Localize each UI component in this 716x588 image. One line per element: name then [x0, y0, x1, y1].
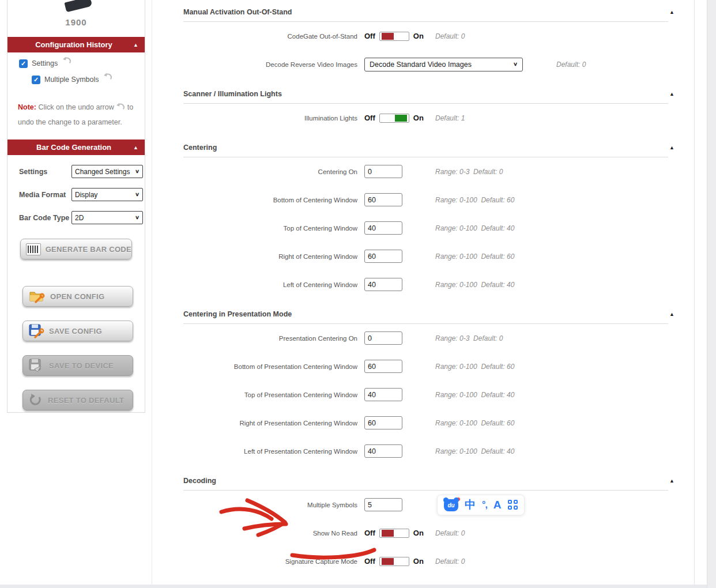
multiple-symbols-checkbox[interactable]: ✓ [32, 76, 40, 84]
settings-checkbox-label: Settings [32, 59, 58, 67]
section-title: Manual Activation Out-Of-Stand [183, 8, 668, 16]
setting-label: CodeGate Out-of-Stand [183, 33, 357, 40]
generate-bar-code-button[interactable]: GENERATE BAR CODE [20, 239, 132, 259]
setting-label: Right of Centering Window [183, 253, 357, 260]
settings-select-value: Changed Settings [75, 168, 130, 176]
settings-checkbox[interactable]: ✓ [19, 59, 28, 68]
bar-code-type-select[interactable]: 2D ∨ [71, 211, 143, 224]
undo-icon [116, 103, 125, 110]
top-centering-input[interactable] [364, 221, 402, 235]
collapse-arrow-icon[interactable]: ▲ [669, 9, 674, 15]
collapse-arrow-icon[interactable]: ▲ [133, 145, 138, 150]
barcode-icon [26, 243, 41, 255]
pinyin-tone-icon[interactable]: °, [482, 500, 487, 510]
chevron-down-icon: ∨ [513, 61, 518, 67]
chevron-down-icon: ∨ [135, 191, 140, 197]
open-config-button[interactable]: OPEN CONFIG [22, 286, 133, 307]
grid-apps-icon[interactable] [508, 500, 518, 510]
default-value-text: Default: 0 [435, 557, 465, 566]
collapse-arrow-icon[interactable]: ▲ [669, 478, 674, 484]
section-manual-activation: Manual Activation Out-Of-Stand ▲ CodeGat… [152, 3, 694, 78]
left-centering-input[interactable] [364, 278, 402, 291]
multiple-symbols-input[interactable] [364, 498, 402, 511]
section-header: Scanner / Illumination Lights ▲ [152, 85, 694, 104]
collapse-arrow-icon[interactable]: ▲ [669, 311, 674, 317]
setting-label: Top of Centering Window [183, 225, 357, 232]
undo-icon[interactable] [62, 56, 71, 66]
reset-arrow-icon [28, 393, 43, 408]
chinese-character-icon[interactable]: 中 [465, 499, 476, 510]
right-presentation-input[interactable] [364, 416, 402, 429]
setting-label: Top of Presentation Centering Window [183, 391, 357, 398]
bottom-presentation-input[interactable] [364, 360, 402, 373]
presentation-centering-on-input[interactable] [364, 331, 402, 345]
media-format-field-row: Media Format Display ∨ [19, 188, 143, 201]
setting-row-presentation-centering-on: Presentation Centering On Range: 0-3 Def… [152, 324, 694, 352]
default-value-text: Default: 0 [556, 61, 586, 69]
undo-icon[interactable] [103, 72, 112, 82]
show-no-read-toggle[interactable] [379, 529, 409, 538]
toggle-off-label: Off [364, 529, 375, 537]
section-scanner-illumination: Scanner / Illumination Lights ▲ Illumina… [152, 85, 694, 132]
range-default-text: Range: 0-100 Default: 40 [435, 281, 514, 289]
save-config-button[interactable]: SAVE CONFIG [22, 321, 133, 341]
centering-on-input[interactable] [364, 165, 402, 178]
setting-row-show-no-read: Show No Read Off On Default: 0 [152, 519, 694, 547]
setting-row-codegate: CodeGate Out-of-Stand Off On Default: 0 [152, 22, 694, 50]
toggle-on-label: On [413, 32, 424, 40]
left-presentation-input[interactable] [364, 444, 402, 458]
toggle-off-label: Off [364, 32, 375, 40]
settings-select[interactable]: Changed Settings ∨ [71, 165, 143, 178]
setting-row-bottom-centering: Bottom of Centering Window Range: 0-100 … [152, 186, 694, 214]
collapse-arrow-icon[interactable]: ▲ [133, 42, 138, 48]
left-column: 1900 Configuration History ▲ ✓ Settings … [0, 0, 152, 588]
range-default-text: Range: 0-100 Default: 40 [435, 224, 514, 232]
notification-badge [456, 497, 461, 502]
chevron-down-icon: ∨ [135, 214, 140, 220]
bottom-centering-input[interactable] [364, 193, 402, 206]
setting-label: Left of Presentation Centering Window [183, 448, 357, 455]
setting-row-signature-capture: Signature Capture Mode Off On Default: 0 [152, 547, 694, 575]
right-centering-input[interactable] [364, 250, 402, 263]
letter-a-icon[interactable]: A [493, 499, 502, 510]
signature-capture-toggle[interactable] [379, 557, 409, 566]
setting-label: Show No Read [183, 530, 357, 537]
top-presentation-input[interactable] [364, 388, 402, 401]
baidu-translate-icon[interactable]: du [444, 499, 458, 511]
illumination-lights-toggle[interactable] [379, 114, 409, 123]
setting-row-decode-reverse: Decode Reverse Video Images Decode Stand… [152, 50, 694, 78]
note-prefix: Note: [18, 103, 36, 111]
configuration-history-title: Configuration History [7, 40, 133, 49]
setting-label: Illumination Lights [183, 115, 357, 122]
range-default-text: Range: 0-100 Default: 60 [435, 363, 514, 371]
open-config-label: OPEN CONFIG [50, 292, 104, 301]
vertical-scrollbar[interactable] [707, 0, 716, 588]
setting-row-right-presentation: Right of Presentation Centering Window R… [152, 409, 694, 437]
media-format-select[interactable]: Display ∨ [71, 188, 143, 201]
device-model-label: 1900 [7, 17, 145, 27]
baidu-bear-text: du [444, 499, 458, 511]
section-title: Decoding [183, 477, 668, 485]
configuration-history-header[interactable]: Configuration History ▲ [7, 37, 145, 52]
setting-row-bottom-presentation: Bottom of Presentation Centering Window … [152, 352, 694, 380]
generate-bar-code-label: GENERATE BAR CODE [46, 245, 131, 254]
section-decoding: Decoding ▲ Multiple Symbols du 中 °, A [152, 472, 694, 575]
toggle-on-label: On [413, 529, 424, 537]
sidebar-panel: 1900 Configuration History ▲ ✓ Settings … [7, 0, 145, 413]
collapse-arrow-icon[interactable]: ▲ [669, 91, 674, 97]
range-default-text: Range: 0-100 Default: 40 [435, 391, 514, 399]
codegate-out-of-stand-toggle[interactable] [379, 32, 409, 41]
collapse-arrow-icon[interactable]: ▲ [669, 145, 674, 150]
default-value-text: Default: 0 [435, 529, 465, 537]
decode-reverse-video-select[interactable]: Decode Standard Video Images ∨ [364, 58, 523, 71]
save-to-device-button[interactable]: SAVE TO DEVICE [22, 355, 133, 376]
setting-row-multiple-symbols: Multiple Symbols du 中 °, A [152, 491, 694, 519]
range-default-text: Range: 0-100 Default: 40 [435, 447, 514, 455]
bar-code-generation-header[interactable]: Bar Code Generation ▲ [7, 140, 145, 155]
bar-code-type-select-value: 2D [75, 214, 84, 222]
folder-wrench-icon [28, 289, 46, 304]
bar-code-type-field-row: Bar Code Type 2D ∨ [19, 211, 143, 224]
history-item-multiple-symbols: ✓ Multiple Symbols [32, 74, 145, 85]
setting-label: Signature Capture Mode [183, 558, 357, 565]
reset-to-default-button[interactable]: RESET TO DEFAULT [22, 390, 133, 410]
